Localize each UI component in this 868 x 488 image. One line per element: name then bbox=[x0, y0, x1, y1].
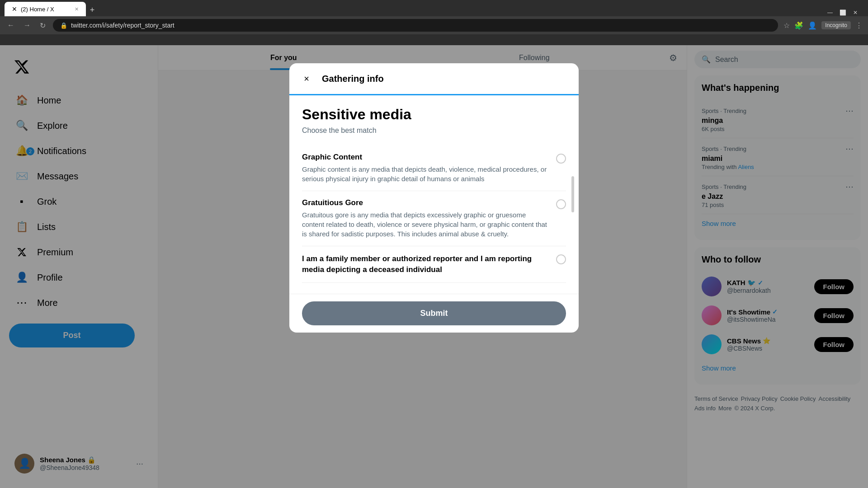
incognito-badge: Incognito bbox=[821, 21, 851, 29]
modal-footer: Submit bbox=[289, 294, 579, 333]
close-button[interactable]: ✕ bbox=[852, 9, 859, 16]
url-text: twitter.com/i/safety/report_story_start bbox=[71, 22, 175, 29]
modal-subtitle: Choose the best match bbox=[302, 127, 566, 135]
tab-favicon: ✕ bbox=[12, 5, 17, 13]
menu-icon[interactable]: ⋮ bbox=[855, 21, 863, 30]
option-title-gore: Gratuitious Gore bbox=[302, 198, 547, 207]
radio-graphic-content[interactable] bbox=[556, 154, 566, 164]
lock-icon: 🔒 bbox=[60, 22, 67, 29]
tab-bar: ✕ (2) Home / X ✕ + — ⬜ ✕ bbox=[0, 0, 868, 16]
scroll-indicator bbox=[571, 176, 574, 212]
modal-heading: Sensitive media bbox=[302, 106, 566, 123]
profile-icon[interactable]: 👤 bbox=[808, 21, 817, 30]
modal-title: Gathering info bbox=[322, 74, 384, 84]
tab-close-icon[interactable]: ✕ bbox=[75, 6, 79, 12]
maximize-button[interactable]: ⬜ bbox=[839, 9, 846, 16]
option-text-gore: Gratuitious Gore Gratuitous gore is any … bbox=[302, 198, 556, 239]
option-text-family: I am a family member or authorized repor… bbox=[302, 253, 556, 275]
bookmark-icon[interactable]: ☆ bbox=[783, 21, 790, 30]
reload-button[interactable]: ↻ bbox=[38, 19, 47, 32]
back-button[interactable]: ← bbox=[5, 19, 16, 31]
minimize-button[interactable]: — bbox=[826, 9, 834, 16]
option-desc-gore: Gratuitous gore is any media that depict… bbox=[302, 210, 547, 239]
active-tab[interactable]: ✕ (2) Home / X ✕ bbox=[5, 2, 86, 16]
option-family-member[interactable]: I am a family member or authorized repor… bbox=[302, 246, 566, 283]
extension-icon[interactable]: 🧩 bbox=[794, 21, 803, 30]
browser-chrome: ✕ (2) Home / X ✕ + — ⬜ ✕ ← → ↻ 🔒 twitter… bbox=[0, 0, 868, 45]
option-text-graphic: Graphic Content Graphic content is any m… bbox=[302, 153, 556, 183]
address-actions: ☆ 🧩 👤 Incognito ⋮ bbox=[783, 21, 863, 30]
new-tab-button[interactable]: + bbox=[86, 4, 99, 16]
url-bar[interactable]: 🔒 twitter.com/i/safety/report_story_star… bbox=[53, 19, 778, 32]
report-modal: × Gathering info Sensitive media Choose … bbox=[289, 63, 579, 333]
tab-title: (2) Home / X bbox=[21, 6, 54, 13]
modal-overlay[interactable]: × Gathering info Sensitive media Choose … bbox=[0, 45, 868, 488]
radio-gratuitous-gore[interactable] bbox=[556, 199, 566, 209]
main-content: 🏠 Home 🔍 Explore 🔔 2 Notifications ✉️ Me… bbox=[0, 45, 868, 488]
forward-button[interactable]: → bbox=[22, 19, 33, 31]
submit-button[interactable]: Submit bbox=[302, 301, 566, 325]
modal-body: Sensitive media Choose the best match Gr… bbox=[289, 95, 579, 294]
option-desc-graphic: Graphic content is any media that depict… bbox=[302, 164, 547, 183]
option-gratuitous-gore[interactable]: Gratuitious Gore Gratuitous gore is any … bbox=[302, 191, 566, 246]
close-icon: × bbox=[304, 74, 309, 84]
radio-family-member[interactable] bbox=[556, 254, 566, 264]
modal-close-button[interactable]: × bbox=[298, 70, 315, 87]
address-bar: ← → ↻ 🔒 twitter.com/i/safety/report_stor… bbox=[0, 16, 868, 34]
option-title-graphic: Graphic Content bbox=[302, 153, 547, 162]
option-graphic-content[interactable]: Graphic Content Graphic content is any m… bbox=[302, 145, 566, 191]
modal-header: × Gathering info bbox=[289, 63, 579, 95]
option-desc-family: I am a family member or authorized repor… bbox=[302, 253, 547, 275]
